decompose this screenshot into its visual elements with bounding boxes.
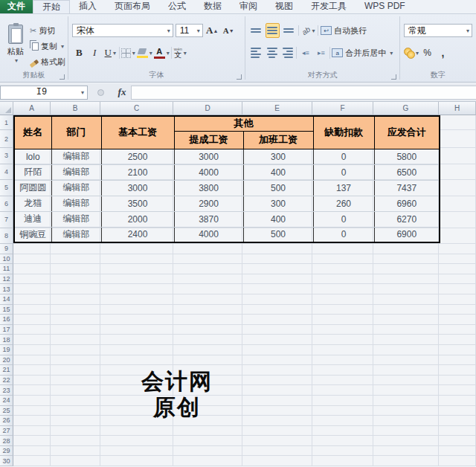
- cell[interactable]: [373, 416, 439, 426]
- cell[interactable]: [13, 325, 51, 335]
- cell[interactable]: [173, 294, 242, 305]
- table-cell-name[interactable]: 龙猫: [14, 196, 51, 211]
- cell[interactable]: [51, 385, 100, 396]
- formula-input[interactable]: [131, 86, 476, 100]
- cell[interactable]: [312, 365, 373, 376]
- cell[interactable]: [373, 264, 439, 274]
- cell[interactable]: [100, 345, 173, 355]
- cell[interactable]: [439, 254, 476, 265]
- bold-button[interactable]: B: [72, 45, 86, 60]
- cell[interactable]: [173, 244, 242, 254]
- cell[interactable]: [51, 335, 100, 345]
- grow-font-button[interactable]: A▲: [205, 23, 219, 38]
- table-cell-name[interactable]: 迪迪: [14, 211, 51, 227]
- row-header-3[interactable]: 3: [0, 148, 13, 164]
- underline-button[interactable]: U▾: [103, 45, 118, 60]
- cell[interactable]: [242, 325, 312, 335]
- table-cell-total[interactable]: 6960: [374, 196, 440, 211]
- cell[interactable]: [13, 416, 51, 426]
- table-cell-total[interactable]: 7437: [374, 180, 440, 196]
- table-cell-commission[interactable]: 3800: [174, 180, 243, 196]
- align-left-button[interactable]: [249, 45, 263, 60]
- cell[interactable]: [173, 305, 242, 315]
- cell[interactable]: [242, 274, 312, 285]
- tab-developer[interactable]: 开发工具: [302, 0, 356, 13]
- cell[interactable]: [439, 264, 476, 274]
- tab-data[interactable]: 数据: [195, 0, 231, 13]
- cell[interactable]: [13, 274, 51, 285]
- cell[interactable]: [51, 436, 100, 446]
- table-cell-absence[interactable]: 260: [313, 196, 374, 211]
- cell[interactable]: [439, 305, 476, 315]
- table-cell-dept[interactable]: 编辑部: [51, 180, 101, 196]
- table-cell-commission[interactable]: 2900: [174, 196, 243, 211]
- cell[interactable]: [51, 355, 100, 366]
- row-header-13[interactable]: 13: [0, 284, 13, 294]
- phonetic-guide-button[interactable]: wén 文 ▾: [173, 45, 187, 60]
- tab-view[interactable]: 视图: [266, 0, 302, 13]
- row-header-5[interactable]: 5: [0, 180, 13, 196]
- cell[interactable]: [439, 345, 476, 355]
- table-cell-absence[interactable]: 0: [313, 164, 374, 180]
- row-header-15[interactable]: 15: [0, 305, 13, 315]
- cell[interactable]: [439, 228, 476, 245]
- cell[interactable]: [242, 264, 312, 274]
- cell[interactable]: [51, 315, 100, 325]
- table-cell-absence[interactable]: 0: [313, 227, 374, 242]
- cell[interactable]: [439, 416, 476, 426]
- cell[interactable]: [373, 365, 439, 376]
- cell[interactable]: [13, 376, 51, 386]
- cell[interactable]: [51, 446, 100, 457]
- cell[interactable]: [373, 456, 439, 466]
- cell[interactable]: [373, 315, 439, 325]
- table-cell-name[interactable]: lolo: [14, 149, 51, 164]
- column-header-E[interactable]: E: [242, 102, 312, 115]
- table-cell-absence[interactable]: 137: [313, 180, 374, 196]
- increase-indent-button[interactable]: ▸≡: [314, 45, 328, 60]
- table-cell-dept[interactable]: 编辑部: [51, 211, 101, 227]
- table-cell-commission[interactable]: 3870: [174, 211, 243, 227]
- cell[interactable]: [373, 274, 439, 285]
- cell[interactable]: [51, 294, 100, 305]
- cell[interactable]: [312, 294, 373, 305]
- cell[interactable]: [13, 446, 51, 457]
- row-header-17[interactable]: 17: [0, 325, 13, 335]
- table-cell-absence[interactable]: 0: [313, 149, 374, 164]
- table-cell-commission[interactable]: 4000: [174, 227, 243, 242]
- wrap-text-button[interactable]: ↩ 自动换行: [321, 23, 367, 38]
- cell[interactable]: [439, 355, 476, 366]
- row-header-25[interactable]: 25: [0, 406, 13, 416]
- cell[interactable]: [13, 396, 51, 406]
- shrink-font-button[interactable]: A▼: [222, 23, 236, 38]
- tab-page-layout[interactable]: 页面布局: [106, 0, 159, 13]
- cell[interactable]: [173, 315, 242, 325]
- column-header-H[interactable]: H: [439, 102, 476, 115]
- cell[interactable]: [51, 376, 100, 386]
- tab-wps-pdf[interactable]: WPS PDF: [356, 0, 414, 13]
- cell[interactable]: [439, 396, 476, 406]
- cell[interactable]: [312, 406, 373, 416]
- cell[interactable]: [51, 244, 100, 254]
- header-absence-deduction[interactable]: 缺勤扣款: [313, 116, 374, 149]
- cell[interactable]: [13, 426, 51, 437]
- table-cell-base[interactable]: 3000: [101, 180, 174, 196]
- row-header-9[interactable]: 9: [0, 244, 13, 254]
- insert-function-button[interactable]: fx: [113, 86, 131, 98]
- align-bottom-button[interactable]: [282, 23, 296, 38]
- row-header-16[interactable]: 16: [0, 315, 13, 325]
- cell[interactable]: [439, 376, 476, 386]
- cell[interactable]: [312, 335, 373, 345]
- cell[interactable]: [439, 315, 476, 325]
- row-header-11[interactable]: 11: [0, 264, 13, 274]
- cell[interactable]: [242, 376, 312, 386]
- column-header-G[interactable]: G: [373, 102, 439, 115]
- cell[interactable]: [439, 426, 476, 437]
- column-header-D[interactable]: D: [173, 102, 242, 115]
- cell[interactable]: [100, 446, 173, 457]
- cell[interactable]: [312, 284, 373, 294]
- table-cell-base[interactable]: 3500: [101, 196, 174, 211]
- cell[interactable]: [439, 130, 476, 148]
- cell[interactable]: [51, 406, 100, 416]
- cell[interactable]: [173, 335, 242, 345]
- cell[interactable]: [439, 446, 476, 457]
